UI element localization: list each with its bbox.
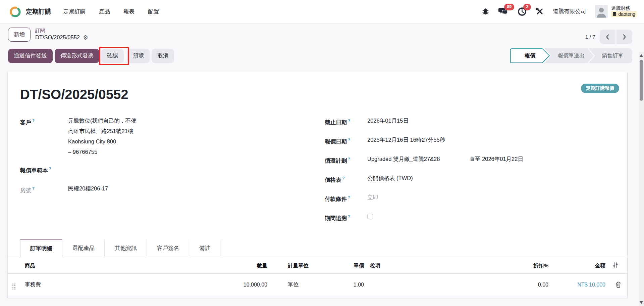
help-icon: ? <box>348 214 350 218</box>
unit-price-column-header: 單價 <box>320 257 367 274</box>
preview-button[interactable]: 預覽 <box>127 49 150 63</box>
debug-bug-icon[interactable] <box>482 8 489 15</box>
amount-column-header: 金額 <box>552 257 609 274</box>
help-icon: ? <box>32 119 35 123</box>
gear-icon[interactable]: ⚙ <box>83 35 88 41</box>
pager-next-button[interactable] <box>616 30 632 44</box>
order-lines-table: 商品 數量 計量單位 單價 稅項 折扣% 金額 事務費 <box>8 257 628 298</box>
breadcrumb-current: DT/SO/2025/0552 <box>35 34 80 41</box>
database-name: daoteng <box>618 11 635 17</box>
uom-column-header: 計量單位 <box>271 257 320 274</box>
pricelist-value[interactable]: 公開價格表 (TWD) <box>367 173 413 185</box>
statusbar: 報價 報價單送出 銷售訂單 <box>510 48 632 63</box>
database-badge: daoteng <box>611 11 637 17</box>
nav-item-subscriptions[interactable]: 定期訂購 <box>63 8 86 15</box>
notebook-tabs: 訂單明細 選配產品 其他資訊 客戶簽名 備註 <box>8 239 627 257</box>
nav-item-products[interactable]: 產品 <box>99 8 110 15</box>
help-icon: ? <box>348 138 350 142</box>
cell-amount: NT$ 10,000 <box>552 274 609 296</box>
quotation-date-value[interactable]: 2025年12月16日 16時27分55秒 <box>367 135 445 147</box>
cell-note[interactable]: 1 2 3 <box>20 296 609 298</box>
help-icon: ? <box>348 195 350 199</box>
app-name[interactable]: 定期訂購 <box>26 7 51 16</box>
backdate-field: 期間追溯? <box>325 211 614 223</box>
scrollbar-thumb[interactable] <box>640 60 643 101</box>
cell-taxes[interactable] <box>367 274 521 296</box>
order-note-row[interactable]: 1 2 3 <box>8 296 628 298</box>
stage-quotation-sent[interactable]: 報價單送出 <box>545 48 594 63</box>
send-proforma-button[interactable]: 傳送形式發票 <box>55 49 99 63</box>
stage-quotation[interactable]: 報價 <box>510 48 550 63</box>
cell-uom[interactable]: 單位 <box>271 274 320 296</box>
database-icon <box>612 12 616 16</box>
tab-order-lines[interactable]: 訂單明細 <box>20 239 62 257</box>
app-logo-icon[interactable] <box>9 5 21 18</box>
expiration-label: 截止日期? <box>325 116 367 128</box>
delete-line-button[interactable] <box>612 281 625 288</box>
payment-terms-value[interactable]: 立即 <box>367 192 378 204</box>
company-switcher[interactable]: 道騰有限公司 <box>553 8 586 15</box>
help-icon: ? <box>348 157 350 161</box>
scroll-up-arrow[interactable] <box>640 54 643 57</box>
order-line-row[interactable]: 事務費 10,000.00 單位 1.00 0.00 NT$ 10,000 <box>8 274 628 296</box>
quotation-template-field[interactable]: 報價單範本? <box>20 164 325 176</box>
recurring-plan-until[interactable]: 直至 2026年01月22日 <box>469 154 523 166</box>
help-icon: ? <box>348 119 350 123</box>
nav-item-reporting[interactable]: 報表 <box>123 8 135 15</box>
room-field: 房號? 民權20樓206-17 <box>20 183 325 195</box>
cell-quantity[interactable]: 10,000.00 <box>191 274 271 296</box>
pricelist-label: 價格表? <box>325 173 367 185</box>
stage-sales-order[interactable]: 銷售訂單 <box>589 48 632 63</box>
drag-handle[interactable] <box>12 283 15 290</box>
optional-columns-button[interactable] <box>609 257 628 274</box>
tools-icon[interactable] <box>536 7 544 15</box>
quotation-date-label: 報價日期? <box>325 135 367 147</box>
customer-value[interactable]: 元騰數位(我們自己的，不催 高雄市民權一路251號21樓 Kaohsiung C… <box>68 116 137 157</box>
expiration-value[interactable]: 2026年01月15日 <box>367 116 409 128</box>
control-panel: 新增 訂閱 DT/SO/2025/0552 ⚙ 1 / 7 通過信件發送 傳送形… <box>0 24 644 63</box>
send-by-email-button[interactable]: 通過信件發送 <box>8 49 53 63</box>
tab-notes[interactable]: 備註 <box>189 239 220 257</box>
backdate-label: 期間追溯? <box>325 211 367 223</box>
quantity-column-header: 數量 <box>191 257 271 274</box>
pager-previous-button[interactable] <box>600 30 615 44</box>
quotation-template-label: 報價單範本? <box>20 164 68 176</box>
room-label: 房號? <box>20 183 68 195</box>
backdate-checkbox[interactable] <box>367 214 373 219</box>
breadcrumb: 訂閱 DT/SO/2025/0552 ⚙ <box>35 28 88 41</box>
user-menu[interactable]: 道騰財務 daoteng <box>595 5 637 18</box>
tab-other-info[interactable]: 其他資訊 <box>105 239 147 257</box>
tab-optional-products[interactable]: 選配產品 <box>62 239 105 257</box>
vertical-scrollbar[interactable] <box>639 52 644 306</box>
main-menu: 定期訂購 產品 報表 配置 <box>63 8 159 15</box>
messages-badge: 89 <box>504 4 514 10</box>
cancel-button[interactable]: 取消 <box>152 49 174 63</box>
discount-column-header: 折扣% <box>521 257 552 274</box>
cell-discount[interactable]: 0.00 <box>521 274 552 296</box>
activities-clock-icon[interactable]: 2 <box>518 7 527 16</box>
user-name: 道騰財務 <box>611 5 637 11</box>
room-value[interactable]: 民權20樓206-17 <box>68 183 108 195</box>
top-navbar: 定期訂購 定期訂購 產品 報表 配置 89 2 <box>0 0 644 24</box>
recurring-plan-value[interactable]: Upgraded 雙月繳_道騰27&28 <box>367 154 440 166</box>
messages-icon[interactable]: 89 <box>498 7 508 16</box>
customer-label: 客戶? <box>20 116 68 157</box>
quotation-date-field: 報價日期? 2025年12月16日 16時27分55秒 <box>325 135 614 147</box>
cell-unit-price[interactable]: 1.00 <box>320 274 367 296</box>
cell-product[interactable]: 事務費 <box>20 274 191 296</box>
breadcrumb-parent-link[interactable]: 訂閱 <box>35 28 88 34</box>
tab-customer-signature[interactable]: 客戶簽名 <box>147 239 189 257</box>
chevron-right-icon <box>623 34 626 40</box>
expiration-field: 截止日期? 2026年01月15日 <box>325 116 614 128</box>
sliders-icon <box>612 262 619 268</box>
confirm-button[interactable]: 確認 <box>101 49 124 63</box>
pricelist-field: 價格表? 公開價格表 (TWD) <box>325 173 614 185</box>
activities-badge: 2 <box>523 4 531 10</box>
nav-item-configuration[interactable]: 配置 <box>148 8 159 15</box>
scroll-down-arrow[interactable] <box>640 301 643 304</box>
new-button[interactable]: 新增 <box>8 28 31 42</box>
avatar <box>595 5 608 18</box>
recurring-plan-field: 循環計劃? Upgraded 雙月繳_道騰27&28 直至 2026年01月22… <box>325 154 614 166</box>
order-reference-title[interactable]: DT/SO/2025/0552 <box>20 87 614 102</box>
help-icon: ? <box>49 167 51 171</box>
